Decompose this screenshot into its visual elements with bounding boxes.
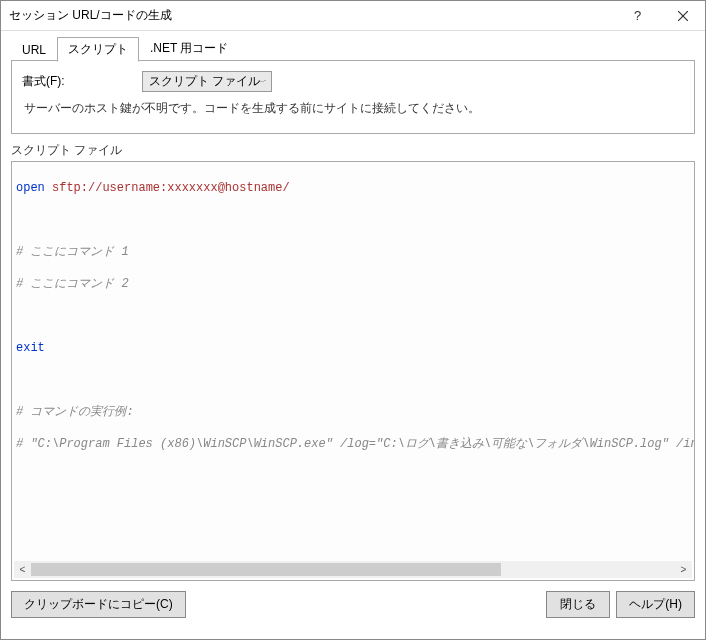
code-comment-cmdline: # "C:\Program Files (x86)\WinSCP\WinSCP.…: [16, 436, 690, 452]
close-titlebar-button[interactable]: [660, 1, 705, 31]
chevron-down-icon: ﹀: [258, 75, 267, 88]
format-select-value: スクリプト ファイル: [149, 73, 260, 90]
close-icon: [678, 11, 688, 21]
code-keyword-exit: exit: [16, 341, 45, 355]
format-select[interactable]: スクリプト ファイル ﹀: [142, 71, 272, 92]
horizontal-scrollbar[interactable]: < >: [14, 561, 692, 578]
code-content: open sftp://username:xxxxxxx@hostname/ #…: [12, 162, 694, 486]
format-label: 書式(F):: [22, 73, 132, 90]
script-file-label: スクリプト ファイル: [11, 142, 695, 159]
help-button[interactable]: ヘルプ(H): [616, 591, 695, 618]
scroll-right-icon[interactable]: >: [675, 561, 692, 578]
scroll-thumb[interactable]: [31, 563, 501, 576]
close-button[interactable]: 閉じる: [546, 591, 610, 618]
tab-panel: 書式(F): スクリプト ファイル ﹀ サーバーのホスト鍵が不明です。コードを生…: [11, 61, 695, 134]
tab-bar: URL スクリプト .NET 用コード: [11, 39, 695, 61]
code-comment-2: # ここにコマンド 2: [16, 276, 690, 292]
dialog-content: URL スクリプト .NET 用コード 書式(F): スクリプト ファイル ﹀ …: [1, 31, 705, 628]
scroll-left-icon[interactable]: <: [14, 561, 31, 578]
format-row: 書式(F): スクリプト ファイル ﹀: [22, 71, 684, 92]
code-arg-url: sftp://username:xxxxxxx@hostname/: [45, 181, 290, 195]
help-titlebar-button[interactable]: ?: [615, 1, 660, 31]
tab-url[interactable]: URL: [11, 39, 57, 61]
code-comment-1: # ここにコマンド 1: [16, 244, 690, 260]
scroll-track[interactable]: [31, 561, 675, 578]
titlebar: セッション URL/コードの生成 ?: [1, 1, 705, 31]
hostkey-warning: サーバーのホスト鍵が不明です。コードを生成する前にサイトに接続してください。: [24, 100, 684, 117]
tab-script[interactable]: スクリプト: [57, 37, 139, 62]
code-keyword-open: open: [16, 181, 45, 195]
code-comment-example: # コマンドの実行例:: [16, 404, 690, 420]
footer-buttons: クリップボードにコピー(C) 閉じる ヘルプ(H): [11, 591, 695, 618]
window-title: セッション URL/コードの生成: [9, 7, 615, 24]
copy-clipboard-button[interactable]: クリップボードにコピー(C): [11, 591, 186, 618]
code-area[interactable]: open sftp://username:xxxxxxx@hostname/ #…: [11, 161, 695, 581]
tab-dotnet[interactable]: .NET 用コード: [139, 36, 239, 61]
